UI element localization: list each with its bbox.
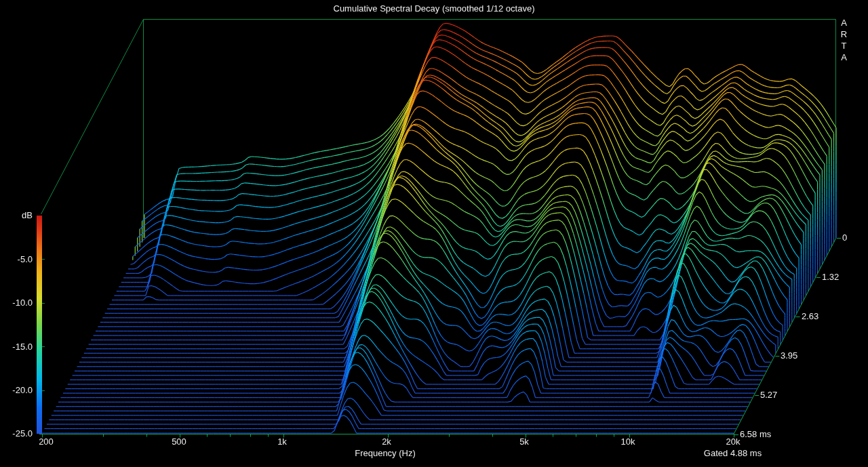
time-tick-2-63: 2.63 — [802, 311, 818, 322]
freq-tick-5k: 5k — [502, 436, 546, 447]
arta-watermark: ARTA — [838, 18, 849, 64]
freq-axis-caption: Frequency (Hz) — [338, 448, 433, 459]
db-tick-minus10: -10.0 — [5, 298, 33, 308]
time-tick-6-58: 6.58 ms — [740, 429, 771, 440]
freq-tick-10k: 10k — [606, 436, 650, 447]
time-tick-3-95: 3.95 — [781, 350, 797, 361]
time-tick-0: 0 — [842, 232, 847, 243]
db-tick-minus20: -20.0 — [5, 385, 33, 396]
freq-tick-1k: 1k — [260, 436, 304, 447]
time-tick-1-32: 1.32 — [822, 272, 839, 283]
time-tick-5-27: 5.27 — [760, 390, 777, 401]
csd-waterfall-canvas — [0, 0, 868, 467]
csd-screen: { "header": { "title": "Cumulative Spect… — [0, 0, 868, 467]
chart-title: Cumulative Spectral Decay (smoothed 1/12… — [0, 3, 868, 14]
db-tick-minus5: -5.0 — [5, 254, 33, 265]
freq-tick-200: 200 — [24, 436, 68, 447]
freq-tick-500: 500 — [157, 436, 201, 447]
freq-tick-2k: 2k — [365, 436, 408, 447]
db-axis-label: dB — [5, 210, 33, 221]
db-tick-minus15: -15.0 — [5, 342, 33, 352]
gated-annotation: Gated 4.88 ms — [684, 448, 782, 459]
